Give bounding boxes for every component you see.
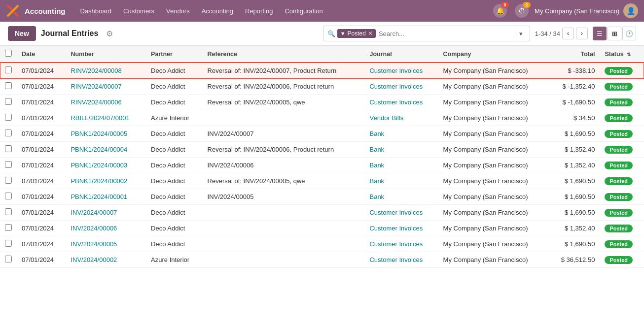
notification-badge: 9 [501,2,509,8]
table-row[interactable]: 07/01/2024 INV/2024/00007 Deco Addict Cu… [0,205,644,221]
col-total[interactable]: Total [549,46,600,63]
select-all-checkbox-header[interactable] [0,46,17,63]
table-row[interactable]: 07/01/2024 PBNK1/2024/00002 Deco Addict … [0,173,644,189]
list-view-button[interactable]: ☰ [593,27,607,40]
col-number[interactable]: Number [66,46,146,63]
table-row[interactable]: 07/01/2024 PBNK1/2024/00001 Deco Addict … [0,189,644,205]
nav-vendors[interactable]: Vendors [161,4,195,18]
row-checkbox[interactable] [5,145,12,152]
row-status: Posted [600,252,644,268]
col-company[interactable]: Company [438,46,549,63]
select-all-checkbox[interactable] [5,50,12,57]
row-partner: Deco Addict [146,158,203,173]
row-partner: Azure Interior [146,110,203,126]
row-number[interactable]: RINV/2024/00007 [66,79,146,95]
row-reference: INV/2024/00006 [203,158,365,173]
row-checkbox-cell[interactable] [0,142,17,158]
new-button[interactable]: New [8,26,36,41]
row-checkbox-cell[interactable] [0,189,17,205]
row-checkbox[interactable] [5,66,12,73]
col-partner[interactable]: Partner [146,46,203,63]
table-row[interactable]: 07/01/2024 RINV/2024/00007 Deco Addict R… [0,79,644,95]
row-checkbox[interactable] [5,98,12,105]
row-number[interactable]: PBNK1/2024/00004 [66,142,146,158]
row-company: My Company (San Francisco) [438,189,549,205]
notifications-button[interactable]: 🔔 9 [491,2,509,20]
row-checkbox[interactable] [5,208,12,215]
row-status: Posted [600,63,644,79]
row-total: $ 1,690.50 [549,236,600,252]
row-checkbox[interactable] [5,193,12,199]
row-checkbox-cell[interactable] [0,126,17,142]
table-row[interactable]: 07/01/2024 INV/2024/00006 Deco Addict Cu… [0,221,644,236]
row-checkbox[interactable] [5,240,12,247]
col-journal[interactable]: Journal [364,46,438,63]
row-number[interactable]: PBNK1/2024/00002 [66,173,146,189]
row-journal: Bank [364,189,438,205]
table-row[interactable]: 07/01/2024 PBNK1/2024/00005 Deco Addict … [0,126,644,142]
nav-reporting[interactable]: Reporting [240,4,278,18]
row-status: Posted [600,221,644,236]
activity-button[interactable]: ⏱ 2 [513,2,531,20]
row-number[interactable]: INV/2024/00002 [66,252,146,268]
row-checkbox[interactable] [5,161,12,168]
table-row[interactable]: 07/01/2024 RINV/2024/00008 Deco Addict R… [0,63,644,79]
row-reference [203,205,365,221]
row-number[interactable]: RINV/2024/00006 [66,95,146,110]
app-logo [6,4,20,18]
row-number[interactable]: INV/2024/00006 [66,221,146,236]
row-number[interactable]: RINV/2024/00008 [66,63,146,79]
search-dropdown-button[interactable]: ▾ [516,26,526,41]
col-reference[interactable]: Reference [203,46,365,63]
nav-dashboard[interactable]: Dashboard [75,4,117,18]
row-number[interactable]: PBNK1/2024/00001 [66,189,146,205]
col-date[interactable]: Date [17,46,66,63]
row-checkbox-cell[interactable] [0,63,17,79]
row-checkbox[interactable] [5,177,12,184]
filter-remove-button[interactable]: ✕ [368,30,373,37]
settings-button[interactable]: ⚙ [103,28,116,39]
pagination-prev-button[interactable]: ‹ [562,28,574,39]
row-checkbox-cell[interactable] [0,110,17,126]
clock-view-button[interactable]: 🕐 [622,27,636,40]
row-number[interactable]: PBNK1/2024/00003 [66,158,146,173]
row-checkbox-cell[interactable] [0,79,17,95]
col-status[interactable]: Status ⇅ [600,46,644,63]
row-checkbox-cell[interactable] [0,205,17,221]
row-checkbox[interactable] [5,82,12,89]
row-number[interactable]: INV/2024/00005 [66,236,146,252]
row-journal: Bank [364,142,438,158]
row-checkbox[interactable] [5,114,12,121]
table-row[interactable]: 07/01/2024 INV/2024/00005 Deco Addict Cu… [0,236,644,252]
row-number[interactable]: INV/2024/00007 [66,205,146,221]
search-input[interactable] [379,30,516,37]
row-number[interactable]: PBNK1/2024/00005 [66,126,146,142]
row-number[interactable]: RBILL/2024/07/0001 [66,110,146,126]
row-reference: INV/2024/00005 [203,189,365,205]
row-checkbox-cell[interactable] [0,221,17,236]
row-checkbox[interactable] [5,224,12,231]
table-row[interactable]: 07/01/2024 RBILL/2024/07/0001 Azure Inte… [0,110,644,126]
row-checkbox-cell[interactable] [0,158,17,173]
kanban-view-button[interactable]: ⊞ [608,27,621,40]
row-checkbox[interactable] [5,130,12,136]
pagination-next-button[interactable]: › [576,28,588,39]
row-checkbox-cell[interactable] [0,95,17,110]
nav-customers[interactable]: Customers [118,4,159,18]
row-checkbox-cell[interactable] [0,252,17,268]
row-total: $ -338.10 [549,63,600,79]
row-partner: Deco Addict [146,205,203,221]
row-checkbox-cell[interactable] [0,173,17,189]
nav-accounting[interactable]: Accounting [197,4,238,18]
table-row[interactable]: 07/01/2024 RINV/2024/00006 Deco Addict R… [0,95,644,110]
row-partner: Deco Addict [146,236,203,252]
row-checkbox[interactable] [5,256,12,262]
row-checkbox-cell[interactable] [0,236,17,252]
row-total: $ 1,352.40 [549,158,600,173]
table-row[interactable]: 07/01/2024 PBNK1/2024/00004 Deco Addict … [0,142,644,158]
table-row[interactable]: 07/01/2024 INV/2024/00002 Azure Interior… [0,252,644,268]
table-row[interactable]: 07/01/2024 PBNK1/2024/00003 Deco Addict … [0,158,644,173]
nav-configuration[interactable]: Configuration [280,4,327,18]
row-status: Posted [600,79,644,95]
user-avatar[interactable]: 👤 [623,3,638,18]
